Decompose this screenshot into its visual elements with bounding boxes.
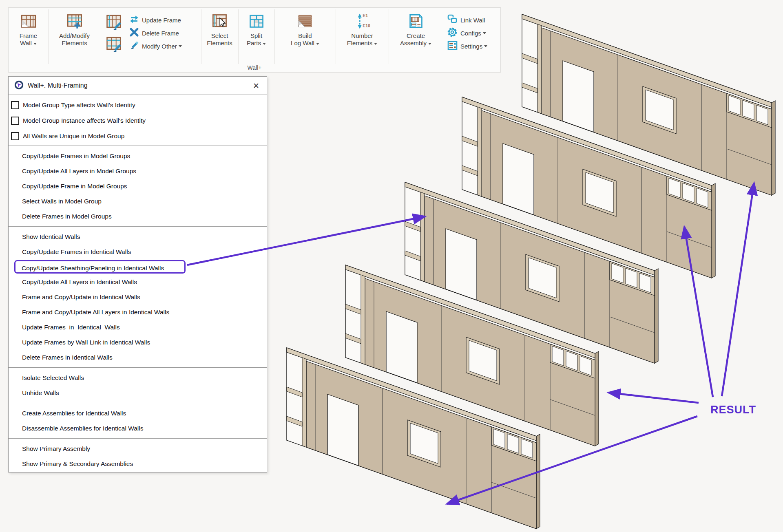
checkbox-label: Model Group Type affects Wall's Identity — [23, 102, 135, 109]
frame-wall-icon — [20, 12, 37, 31]
checkbox[interactable] — [11, 117, 19, 125]
delete-frame-icon — [129, 27, 139, 39]
menu-item-copy-update-frames-model-groups[interactable]: Copy/Update Frames in Model Groups — [9, 148, 267, 163]
wall-edit-vertical-icon[interactable] — [106, 13, 123, 32]
link-wall-button[interactable]: Link Wall — [445, 13, 487, 26]
wall-plus-ribbon: FrameWall Add/ModifyElements Update F — [8, 7, 501, 73]
configs-button[interactable]: Configs — [445, 26, 487, 40]
menu-item-show-primary-secondary-assemblies[interactable]: Show Primary & Secondary Assemblies — [9, 456, 267, 471]
add-modify-elements-button[interactable]: Add/ModifyElements — [48, 9, 101, 47]
build-log-wall-button[interactable]: BuildLog Wall — [274, 9, 336, 47]
delete-frame-button[interactable]: Delete Frame — [127, 26, 182, 40]
gear-icon — [447, 27, 458, 39]
settings-icon — [447, 40, 458, 52]
checkbox-label: All Walls are Unique in Model Group — [23, 132, 124, 140]
update-frame-icon — [129, 14, 139, 26]
ribbon-group-build-log: BuildLog Wall — [274, 9, 336, 64]
menu-item-select-walls-model-group[interactable]: Select Walls in Model Group — [9, 194, 267, 209]
select-elements-label-1: Select — [211, 32, 228, 39]
split-parts-icon — [248, 12, 265, 31]
ribbon-group-number: E1E10 NumberElements — [336, 9, 389, 64]
ribbon-panel-label: Wall+ — [9, 64, 500, 71]
checkbox-row-model-group-instance[interactable]: Model Group Instance affects Wall's Iden… — [9, 113, 267, 128]
menu-item-update-frames-identical[interactable]: Update Frames in Identical Walls — [9, 320, 267, 335]
ribbon-group-add-modify: Add/ModifyElements — [48, 9, 101, 64]
dropdown-caret — [428, 43, 431, 45]
close-icon[interactable]: ✕ — [250, 81, 262, 91]
update-frame-label: Update Frame — [142, 17, 181, 24]
menu-item-copy-update-frames-identical[interactable]: Copy/Update Frames in Identical Walls — [9, 244, 267, 259]
select-elements-icon — [212, 12, 228, 31]
split-parts-label-2: Parts — [247, 40, 261, 46]
build-log-wall-label-1: Build — [298, 32, 312, 39]
add-modify-label-2: Elements — [62, 40, 87, 46]
dropdown-caret — [483, 32, 486, 34]
build-log-wall-label-2: Log Wall — [291, 40, 314, 46]
wall-plus-logo-icon — [14, 80, 24, 91]
configs-label: Configs — [460, 30, 481, 37]
create-assembly-icon — [408, 12, 424, 31]
menu-item-frame-copy-update-identical[interactable]: Frame and Copy/Update in Identical Walls — [9, 289, 267, 305]
menu-item-copy-update-all-layers-identical[interactable]: Copy/Update All Layers in Identical Wall… — [9, 274, 267, 289]
number-badge-top: E1 — [363, 13, 368, 18]
settings-button[interactable]: Settings — [445, 40, 487, 53]
number-elements-label-2: Elements — [347, 40, 373, 46]
dropdown-caret — [263, 43, 266, 45]
menu-item-show-identical-walls[interactable]: Show Identical Walls — [9, 229, 267, 244]
update-frame-button[interactable]: Update Frame — [127, 13, 182, 26]
delete-frame-label: Delete Frame — [142, 30, 179, 37]
menu-item-copy-update-frame-model-groups[interactable]: Copy/Update Frame in Model Groups — [9, 179, 267, 194]
menu-item-isolate-selected-walls[interactable]: Isolate Selected Walls — [9, 370, 267, 385]
dialog-title: Wall+. Multi-Framing — [28, 82, 250, 89]
split-parts-label-1: Split — [250, 32, 262, 39]
settings-label: Settings — [460, 43, 482, 50]
menu-item-unhide-walls[interactable]: Unhide Walls — [9, 385, 267, 400]
ribbon-group-split: SplitParts — [238, 9, 275, 64]
menu-item-create-assemblies-identical[interactable]: Create Assemblies for Identical Walls — [9, 406, 267, 421]
checkbox[interactable] — [11, 101, 19, 109]
menu-item-show-primary-assembly[interactable]: Show Primary Assembly — [9, 441, 267, 456]
number-elements-button[interactable]: E1E10 NumberElements — [336, 9, 389, 47]
modify-other-button[interactable]: Modify Other — [127, 40, 182, 53]
dropdown-caret — [374, 43, 377, 45]
modify-other-label: Modify Other — [142, 43, 177, 50]
ribbon-group-update: Update Frame Delete Frame Modify Other — [101, 9, 201, 64]
create-assembly-button[interactable]: CreateAssembly — [389, 9, 443, 47]
frame-wall-label-1: Frame — [20, 32, 37, 39]
build-log-wall-icon — [297, 12, 313, 31]
menu-item-copy-update-sheathing-paneling-identical[interactable]: Copy/Update Sheathing/Paneling in Identi… — [14, 260, 186, 274]
result-label: RESULT — [710, 404, 756, 416]
menu-item-delete-frames-model-groups[interactable]: Delete Frames in Model Groups — [9, 209, 267, 224]
menu-section-show-assembly: Show Primary Assembly Show Primary & Sec… — [9, 439, 267, 474]
frame-wall-label-2: Wall — [20, 40, 32, 46]
add-modify-label-1: Add/Modify — [59, 32, 90, 39]
number-elements-icon: E1E10 — [354, 12, 371, 31]
create-assembly-label-2: Assembly — [400, 40, 427, 46]
checkbox[interactable] — [11, 132, 19, 140]
dropdown-caret — [484, 45, 487, 47]
frame-wall-button[interactable]: FrameWall — [9, 9, 48, 47]
menu-item-disassemble-assemblies-identical[interactable]: Disassemble Assemblies for Identical Wal… — [9, 421, 267, 436]
wall-edit-horizontal-icon[interactable] — [106, 35, 123, 54]
split-parts-button[interactable]: SplitParts — [238, 9, 274, 47]
menu-section-model-groups: Copy/Update Frames in Model Groups Copy/… — [9, 146, 267, 226]
menu-item-update-frames-wall-link-identical[interactable]: Update Frames by Wall Link in Identical … — [9, 335, 267, 350]
dropdown-caret — [33, 43, 37, 45]
ribbon-group-frame-wall: FrameWall — [9, 9, 49, 64]
menu-item-delete-frames-identical[interactable]: Delete Frames in Identical Walls — [9, 350, 267, 365]
menu-section-assemblies: Create Assemblies for Identical Walls Di… — [9, 403, 267, 438]
ribbon-group-assembly: CreateAssembly — [389, 9, 443, 64]
checkbox-row-model-group-type[interactable]: Model Group Type affects Wall's Identity — [9, 97, 267, 113]
menu-item-copy-update-all-layers-model-groups[interactable]: Copy/Update All Layers in Model Groups — [9, 163, 267, 179]
number-badge-bottom: E10 — [363, 23, 370, 28]
link-wall-icon — [447, 14, 458, 26]
select-elements-button[interactable]: SelectElements — [201, 9, 238, 47]
menu-item-frame-copy-update-all-layers-identical[interactable]: Frame and Copy/Update All Layers in Iden… — [9, 305, 267, 320]
screen: FrameWall Add/ModifyElements Update F — [0, 0, 783, 532]
checkbox-row-walls-unique[interactable]: All Walls are Unique in Model Group — [9, 128, 267, 144]
checkbox-label: Model Group Instance affects Wall's Iden… — [23, 117, 146, 124]
menu-section-isolate: Isolate Selected Walls Unhide Walls — [9, 368, 267, 403]
menu-section-identical-walls: Show Identical Walls Copy/Update Frames … — [9, 227, 267, 367]
multi-framing-dialog: Wall+. Multi-Framing ✕ Model Group Type … — [8, 76, 267, 472]
pencil-icon — [129, 40, 139, 52]
